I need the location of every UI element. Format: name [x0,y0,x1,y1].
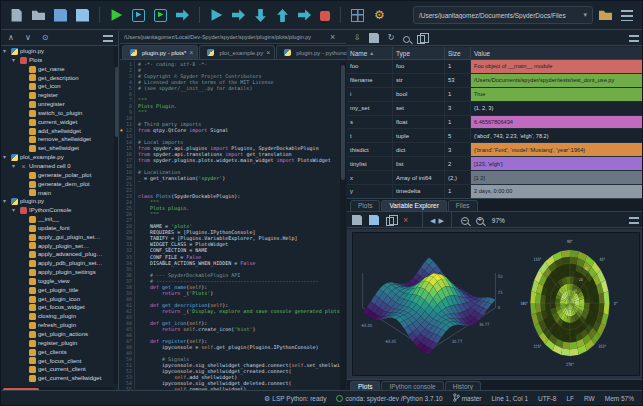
column-size[interactable]: Size [445,47,471,59]
outline-item[interactable]: switch_to_plugin [1,109,114,118]
outline-item[interactable]: refresh_plugin [1,321,114,330]
step-out-icon[interactable] [276,9,289,22]
refresh-icon[interactable]: ↻ [386,33,396,43]
new-file-icon[interactable] [10,9,23,22]
plots-options-icon[interactable] [629,217,639,225]
outline-item[interactable]: ▾plot_example.py [1,153,114,162]
remove-plot-icon[interactable]: × [403,215,413,225]
plot-display-area[interactable]: 30.7736.77-64.45-64.4002550 0°45°90°135°… [347,229,643,379]
table-row[interactable]: xArray of int64(2,)[1 2] [347,171,643,185]
outline-item[interactable]: generate_dem_plot [1,180,114,189]
table-row[interactable]: ttuple5('abcd', 743, 2.23, 'efgh', 78.2) [347,129,643,143]
outline-item[interactable]: get_current_client [1,365,114,374]
browse-directory-icon[interactable] [599,9,612,22]
copy-plot-icon[interactable] [386,217,394,226]
outline-item[interactable]: register_plugin [1,339,114,348]
variable-explorer-options-icon[interactable] [629,35,639,43]
outline-item[interactable]: get_icon [1,82,114,91]
editor-body[interactable]: 1234567891011▲12131415161718192021222324… [120,61,340,392]
status-eol[interactable]: LF [566,395,574,402]
close-split-icon[interactable]: × [330,32,340,42]
run-cell-icon[interactable] [132,9,145,22]
table-row[interactable]: ibool1True [347,88,643,102]
outline-scrollbar[interactable] [114,47,118,384]
expand-arrow[interactable]: ▾ [3,153,9,162]
debug-file-icon[interactable] [210,9,223,22]
expand-arrow[interactable]: ▾ [12,206,18,215]
tab-close-icon[interactable]: × [189,49,193,56]
outline-item[interactable]: remove_shellwidget [1,135,114,144]
search-icon[interactable] [403,36,410,43]
outline-item[interactable]: get_plugin_icon [1,295,114,304]
outline-item[interactable]: register [1,91,114,100]
previous-plot-icon[interactable]: ◀ [430,214,435,227]
outline-item[interactable]: __init__ [1,215,114,224]
collapse-all-icon[interactable]: ∧ [6,33,16,43]
outline-options-icon[interactable] [103,35,113,43]
outline-item[interactable]: get_plugin_title [1,286,114,295]
var-tab-plots[interactable]: Plots [350,200,380,211]
outline-item[interactable]: ▾plugin.py [1,197,114,206]
import-data-icon[interactable]: ⇩ [352,33,362,43]
tab-close-icon[interactable]: × [266,49,270,56]
table-row[interactable]: sfloat16.46567806434 [347,116,643,130]
outline-item[interactable]: apply_advanced_plug… [1,250,114,259]
open-file-icon[interactable] [32,9,45,22]
stop-debug-icon[interactable] [320,11,330,21]
status-lsp[interactable]: ⚙LSP Python: ready [264,395,326,402]
column-name[interactable]: Name ▲ [347,47,393,59]
var-tab-variable-explorer[interactable]: Variable Explorer [381,200,446,211]
step-into-icon[interactable] [254,9,267,22]
working-directory-selector[interactable]: /Users/juanitagomez/Documents/SpyderDocs… [413,6,593,24]
outline-item[interactable]: update_font [1,224,114,233]
outline-item[interactable]: apply_gui_plugin_set… [1,233,114,242]
outline-item[interactable]: apply_pdb_plugin_set… [1,259,114,268]
status-conda[interactable]: conda: spyder-dev /Python 3.7.10 [336,395,442,402]
table-row[interactable]: thisdictdict3{'brand':'Ford', 'model':'M… [347,143,643,157]
scrollbar-thumb[interactable] [341,65,345,180]
editor-tab[interactable]: plot_example.py× [199,45,275,59]
outline-item[interactable]: ▾IPythonConsole [1,206,114,215]
var-tab-files[interactable]: Files [448,200,478,211]
zoom-out-icon[interactable] [461,217,469,225]
maximize-pane-icon[interactable] [351,9,364,22]
table-row[interactable]: filenamestr53/Users/Documents/spyder/spy… [347,74,643,88]
outline-item[interactable]: ▾×Unnamed cell 0 [1,162,114,171]
outline-item[interactable]: get_name [1,65,114,74]
outline-item[interactable]: set_shellwidget [1,144,114,153]
step-over-icon[interactable] [232,9,245,22]
run-cell-advance-icon[interactable] [154,9,167,22]
outline-item[interactable]: apply_plugin_settings [1,268,114,277]
save-data-icon[interactable] [369,33,379,43]
outline-item[interactable]: apply_plugin_set… [1,242,114,251]
copy-icon[interactable] [417,35,425,44]
next-plot-icon[interactable]: ▶ [438,214,443,227]
status-memory[interactable]: Mem 57% [605,395,634,402]
column-type[interactable]: Type [393,47,445,59]
expand-arrow[interactable]: ▾ [3,197,9,206]
status-encoding[interactable]: UTF-8 [538,395,556,402]
outline-item[interactable]: get_clients [1,348,114,357]
expand-arrow[interactable]: ▾ [3,47,9,56]
outline-item[interactable]: generate_polar_plot [1,171,114,180]
column-value[interactable]: Value [471,47,643,59]
preferences-icon[interactable]: ⚙ [373,9,386,22]
outline-item[interactable]: ▾plugin.py [1,47,114,56]
status-cursor-position[interactable]: Line 1, Col 1 [492,395,529,402]
status-git-branch[interactable]: master [453,393,482,403]
code-area[interactable]: # -*- coding: utf-8 -*-## Copyright © Sp… [135,61,340,392]
outline-item[interactable]: add_shellwidget [1,127,114,136]
zoom-in-icon[interactable] [476,217,484,225]
outline-item[interactable]: get_plugin_actions [1,330,114,339]
toolbar-menu-icon[interactable] [621,10,633,21]
outline-item[interactable]: toggle_view [1,277,114,286]
status-permissions[interactable]: RW [584,395,595,402]
table-row[interactable]: my_setset3{1, 2, 3} [347,102,643,116]
save-all-icon[interactable] [76,9,89,22]
outline-item[interactable]: current_widget [1,118,114,127]
save-file-icon[interactable] [54,9,67,22]
run-selection-icon[interactable] [176,9,189,22]
outline-item[interactable]: get_current_shellwidget [1,374,114,383]
save-all-plots-icon[interactable] [369,215,379,225]
outline-item[interactable]: ▾Plots [1,56,114,65]
